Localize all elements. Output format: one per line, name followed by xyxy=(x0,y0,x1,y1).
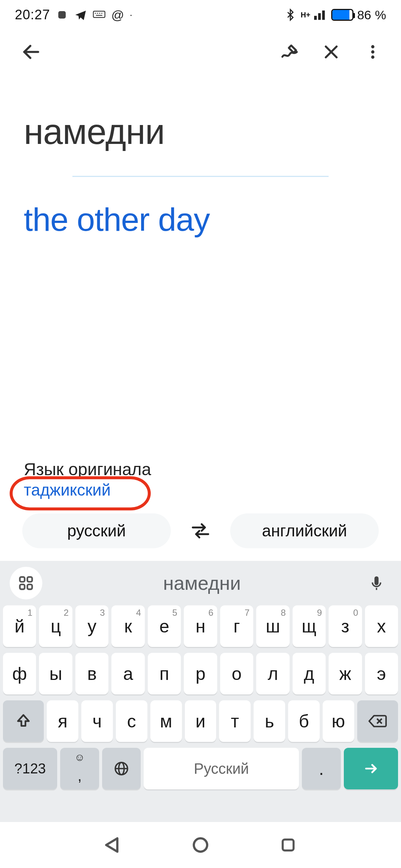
key-б[interactable]: б xyxy=(288,700,320,742)
key-р[interactable]: р xyxy=(184,653,217,694)
keyboard-row-2: фывапролджэ xyxy=(3,653,398,694)
keyboard-row-4: ?123 ☺ , Русский . xyxy=(3,748,398,789)
svg-rect-8 xyxy=(318,13,321,20)
key-л[interactable]: л xyxy=(256,653,289,694)
key-э[interactable]: э xyxy=(365,653,398,694)
battery-percent-suffix: % xyxy=(375,8,386,22)
key-hint: 5 xyxy=(172,608,177,618)
notch-icon xyxy=(55,8,69,22)
language-selector-row: русский английский xyxy=(0,513,401,548)
comma-label: , xyxy=(78,767,82,784)
clear-button[interactable] xyxy=(318,39,345,65)
key-hint: 8 xyxy=(281,608,286,618)
key-ю[interactable]: ю xyxy=(323,700,354,742)
nav-recents-button[interactable] xyxy=(278,835,299,855)
svg-rect-18 xyxy=(20,585,25,589)
key-ф[interactable]: ф xyxy=(3,653,36,694)
keyboard-apps-button[interactable] xyxy=(10,567,42,599)
network-type-icon: H+ xyxy=(301,11,310,19)
svg-rect-20 xyxy=(376,588,377,590)
backspace-key[interactable] xyxy=(357,700,398,742)
key-г[interactable]: г7 xyxy=(220,605,253,647)
keyboard-notif-icon xyxy=(92,8,106,22)
key-hint: 2 xyxy=(64,608,69,618)
suggestion-text[interactable]: намедни xyxy=(42,572,362,594)
svg-rect-7 xyxy=(314,16,317,20)
detected-language-link[interactable]: таджикский xyxy=(24,481,111,499)
key-й[interactable]: й1 xyxy=(3,605,36,647)
key-щ[interactable]: щ9 xyxy=(293,605,326,647)
handwriting-button[interactable] xyxy=(276,39,303,65)
translation-output[interactable]: the other day xyxy=(24,201,377,239)
swap-languages-button[interactable] xyxy=(186,516,215,546)
nav-bar xyxy=(0,822,401,868)
app-toolbar xyxy=(0,30,401,74)
key-я[interactable]: я xyxy=(47,700,78,742)
key-ь[interactable]: ь xyxy=(254,700,285,742)
space-key[interactable]: Русский xyxy=(144,748,299,789)
svg-rect-9 xyxy=(322,10,325,20)
key-hint: 6 xyxy=(208,608,213,618)
key-ц[interactable]: ц2 xyxy=(39,605,72,647)
key-е[interactable]: е5 xyxy=(148,605,181,647)
key-н[interactable]: н6 xyxy=(184,605,217,647)
bluetooth-icon xyxy=(284,8,297,22)
key-ж[interactable]: ж xyxy=(329,653,362,694)
enter-key[interactable] xyxy=(344,748,398,789)
mic-button[interactable] xyxy=(362,568,391,598)
svg-point-13 xyxy=(371,45,375,49)
signal-icon xyxy=(314,8,327,22)
keyboard: намедни й1ц2у3к4е5н6г7ш8щ9з0х фывапролдж… xyxy=(0,561,401,822)
key-п[interactable]: п xyxy=(148,653,181,694)
nav-back-button[interactable] xyxy=(102,835,123,855)
key-з[interactable]: з0 xyxy=(329,605,362,647)
status-time: 20:27 xyxy=(15,7,50,23)
status-left: 20:27 @ · xyxy=(15,7,133,23)
key-д[interactable]: д xyxy=(293,653,326,694)
key-ч[interactable]: ч xyxy=(81,700,113,742)
suggestion-bar: намедни xyxy=(0,561,401,605)
symbols-key[interactable]: ?123 xyxy=(3,748,57,789)
translate-content: намедни the other day xyxy=(0,74,401,239)
at-icon: @ xyxy=(111,8,124,22)
target-language-chip[interactable]: английский xyxy=(230,513,379,548)
key-т[interactable]: т xyxy=(219,700,251,742)
key-в[interactable]: в xyxy=(75,653,108,694)
key-hint: 7 xyxy=(245,608,250,618)
key-ш[interactable]: ш8 xyxy=(256,605,289,647)
key-и[interactable]: и xyxy=(185,700,216,742)
svg-rect-16 xyxy=(20,577,25,582)
key-hint: 0 xyxy=(353,608,358,618)
key-ы[interactable]: ы xyxy=(39,653,72,694)
nav-home-button[interactable] xyxy=(190,835,211,855)
shift-key[interactable] xyxy=(3,700,44,742)
source-text-input[interactable]: намедни xyxy=(24,111,377,152)
svg-rect-0 xyxy=(58,11,66,19)
content-divider xyxy=(72,176,329,177)
key-х[interactable]: х xyxy=(365,605,398,647)
key-а[interactable]: а xyxy=(111,653,144,694)
status-right: H+ 86% xyxy=(284,8,386,22)
key-hint: 9 xyxy=(317,608,322,618)
key-о[interactable]: о xyxy=(220,653,253,694)
key-hint: 3 xyxy=(100,608,105,618)
svg-rect-19 xyxy=(27,585,32,589)
keyboard-row-1: й1ц2у3к4е5н6г7ш8щ9з0х xyxy=(3,605,398,647)
key-к[interactable]: к4 xyxy=(111,605,144,647)
more-button[interactable] xyxy=(359,39,386,65)
period-key[interactable]: . xyxy=(302,748,340,789)
globe-key[interactable] xyxy=(102,748,141,789)
key-м[interactable]: м xyxy=(150,700,182,742)
svg-point-27 xyxy=(194,838,207,852)
back-button[interactable] xyxy=(18,39,45,65)
detected-language-area: Язык оригинала таджикский xyxy=(24,459,151,499)
key-hint: 1 xyxy=(27,608,32,618)
key-у[interactable]: у3 xyxy=(75,605,108,647)
emoji-comma-key[interactable]: ☺ , xyxy=(60,748,99,789)
status-bar: 20:27 @ · H+ 86% xyxy=(0,0,401,30)
svg-rect-1 xyxy=(94,11,105,17)
keyboard-row-3: ячсмитьбю xyxy=(3,700,398,742)
key-hint: 4 xyxy=(136,608,141,618)
key-с[interactable]: с xyxy=(116,700,147,742)
source-language-chip[interactable]: русский xyxy=(22,513,171,548)
